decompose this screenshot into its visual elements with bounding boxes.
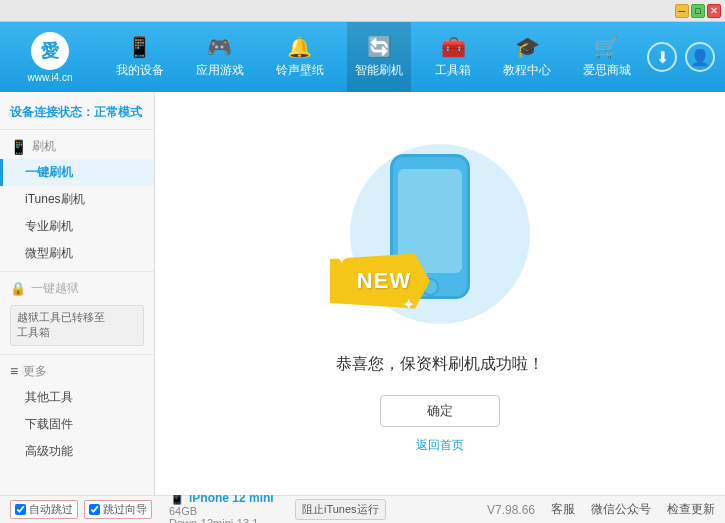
logo-area: 愛 www.i4.cn — [0, 32, 100, 83]
auto-skip-label: 自动跳过 — [29, 502, 73, 517]
sidebar-item-other-tools[interactable]: 其他工具 — [0, 384, 154, 411]
title-bar: ─ □ ✕ — [0, 0, 725, 22]
skip-wizard-checkbox-label[interactable]: 跳过向导 — [84, 500, 152, 519]
close-button[interactable]: ✕ — [707, 4, 721, 18]
content-area: ✦ NEW ✦ 恭喜您，保资料刷机成功啦！ 确定 返回首页 — [155, 92, 725, 495]
bottom-bar: 自动跳过 跳过向导 📱 iPhone 12 mini 64GB Down-12m… — [0, 495, 725, 523]
no-itunes-button[interactable]: 阻止iTunes运行 — [295, 499, 386, 520]
lock-icon: 🔒 — [10, 281, 26, 296]
ringtones-icon: 🔔 — [287, 35, 312, 59]
bottom-center: 阻止iTunes运行 — [285, 499, 487, 520]
success-illustration: ✦ NEW ✦ — [330, 134, 550, 334]
nav-shop-label: 爱思商城 — [583, 62, 631, 79]
sidebar-item-pro-flash[interactable]: 专业刷机 — [0, 213, 154, 240]
nav-tutorial[interactable]: 🎓 教程中心 — [495, 22, 559, 92]
nav-toolbox[interactable]: 🧰 工具箱 — [427, 22, 479, 92]
more-section-label: 更多 — [23, 363, 47, 380]
smart-flash-icon: 🔄 — [367, 35, 392, 59]
nav-my-device[interactable]: 📱 我的设备 — [108, 22, 172, 92]
support-link[interactable]: 客服 — [551, 501, 575, 518]
new-badge-text: NEW — [349, 268, 411, 294]
header: 愛 www.i4.cn 📱 我的设备 🎮 应用游戏 🔔 铃声壁纸 🔄 智能刷机 … — [0, 22, 725, 92]
bottom-left: 自动跳过 跳过向导 — [10, 500, 165, 519]
more-section-icon: ≡ — [10, 363, 18, 379]
status-label: 设备连接状态： — [10, 105, 94, 119]
sidebar-item-micro-flash[interactable]: 微型刷机 — [0, 240, 154, 267]
sidebar-divider-1 — [0, 271, 154, 272]
header-right: ⬇ 👤 — [647, 42, 725, 72]
status-bar: 设备连接状态：正常模式 — [0, 100, 154, 130]
auto-skip-checkbox[interactable] — [15, 504, 26, 515]
maximize-button[interactable]: □ — [691, 4, 705, 18]
nav-ringtones-label: 铃声壁纸 — [276, 62, 324, 79]
skip-wizard-label: 跳过向导 — [103, 502, 147, 517]
nav-apps-games-label: 应用游戏 — [196, 62, 244, 79]
device-model: Down-12mini-13,1 — [169, 517, 285, 523]
shop-icon: 🛒 — [594, 35, 619, 59]
nav-apps-games[interactable]: 🎮 应用游戏 — [188, 22, 252, 92]
download-button[interactable]: ⬇ — [647, 42, 677, 72]
nav-smart-flash-label: 智能刷机 — [355, 62, 403, 79]
nav-shop[interactable]: 🛒 爱思商城 — [575, 22, 639, 92]
success-message: 恭喜您，保资料刷机成功啦！ — [336, 354, 544, 375]
wechat-link[interactable]: 微信公众号 — [591, 501, 651, 518]
sidebar-item-advanced[interactable]: 高级功能 — [0, 438, 154, 465]
account-button[interactable]: 👤 — [685, 42, 715, 72]
check-update-link[interactable]: 检查更新 — [667, 501, 715, 518]
nav-items: 📱 我的设备 🎮 应用游戏 🔔 铃声壁纸 🔄 智能刷机 🧰 工具箱 🎓 教程中心… — [100, 22, 647, 92]
toolbox-icon: 🧰 — [441, 35, 466, 59]
bottom-right: V7.98.66 客服 微信公众号 检查更新 — [487, 501, 715, 518]
window-controls: ─ □ ✕ — [675, 4, 721, 18]
nav-my-device-label: 我的设备 — [116, 62, 164, 79]
sidebar-disabled-jailbreak: 🔒 一键越狱 — [0, 276, 154, 301]
my-device-icon: 📱 — [127, 35, 152, 59]
sidebar-item-one-click-flash[interactable]: 一键刷机 — [0, 159, 154, 186]
go-home-link[interactable]: 返回首页 — [416, 437, 464, 454]
sidebar-divider-2 — [0, 354, 154, 355]
section-title-flash: 📱 刷机 — [0, 134, 154, 159]
tutorial-icon: 🎓 — [515, 35, 540, 59]
main-area: 设备连接状态：正常模式 📱 刷机 一键刷机 iTunes刷机 专业刷机 微型刷机… — [0, 92, 725, 495]
sidebar-item-download-firmware[interactable]: 下载固件 — [0, 411, 154, 438]
jailbreak-notice: 越狱工具已转移至 工具箱 — [10, 305, 144, 346]
nav-ringtones[interactable]: 🔔 铃声壁纸 — [268, 22, 332, 92]
sidebar-item-itunes-flash[interactable]: iTunes刷机 — [0, 186, 154, 213]
logo-text: www.i4.cn — [27, 72, 72, 83]
flash-section-icon: 📱 — [10, 139, 27, 155]
status-value: 正常模式 — [94, 105, 142, 119]
section-title-more: ≡ 更多 — [0, 359, 154, 384]
jailbreak-label: 一键越狱 — [31, 280, 79, 297]
version-text: V7.98.66 — [487, 503, 535, 517]
sidebar: 设备连接状态：正常模式 📱 刷机 一键刷机 iTunes刷机 专业刷机 微型刷机… — [0, 92, 155, 495]
skip-wizard-checkbox[interactable] — [89, 504, 100, 515]
confirm-button[interactable]: 确定 — [380, 395, 500, 427]
flash-section-label: 刷机 — [32, 138, 56, 155]
sparkle-tl-icon: ✦ — [335, 249, 348, 268]
nav-smart-flash[interactable]: 🔄 智能刷机 — [347, 22, 411, 92]
nav-toolbox-label: 工具箱 — [435, 62, 471, 79]
auto-skip-checkbox-label[interactable]: 自动跳过 — [10, 500, 78, 519]
logo-icon[interactable]: 愛 — [31, 32, 69, 70]
nav-tutorial-label: 教程中心 — [503, 62, 551, 79]
new-ribbon: ✦ NEW ✦ — [330, 254, 430, 309]
device-storage: 64GB — [169, 505, 285, 517]
minimize-button[interactable]: ─ — [675, 4, 689, 18]
apps-games-icon: 🎮 — [207, 35, 232, 59]
